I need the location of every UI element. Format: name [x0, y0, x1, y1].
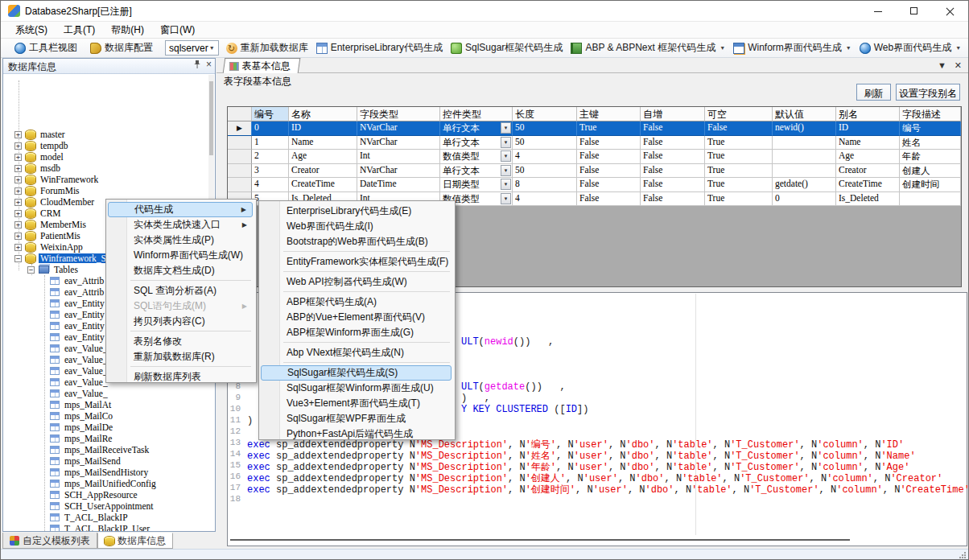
tree-item-table[interactable]: SCH_AppResource [50, 489, 139, 500]
tree-item-table[interactable]: mps_MailCo [50, 410, 114, 422]
grid-col-header[interactable]: 长度 [513, 107, 577, 121]
grid-cell[interactable]: Age [836, 150, 900, 164]
grid-cell[interactable]: False [641, 192, 705, 207]
tree-item-table[interactable]: eav_Value_ [50, 343, 109, 354]
toolbar-重新加载数据库[interactable]: ↻重新加载数据库 [222, 39, 312, 56]
grid-cell[interactable]: 50 [513, 136, 577, 150]
menu-item-SQL 查询分析器(A)[interactable]: SQL 查询分析器(A) [108, 283, 253, 299]
grid-cell[interactable]: getdate() [773, 178, 836, 192]
submenu-item-ABP的Vue+Element界面代码(V)[interactable]: ABP的Vue+Element界面代码(V) [261, 310, 452, 325]
maximize-button[interactable] [896, 1, 932, 22]
grid-cell[interactable]: False [705, 121, 773, 136]
grid-row[interactable]: 2AgeInt数值类型▼4FalseFalseTrueAge年龄 [228, 150, 961, 164]
tab-list-dropdown-icon[interactable]: ▼ [938, 60, 946, 71]
grid-cell[interactable]: 单行文本▼ [440, 121, 513, 136]
grid-col-header[interactable]: 字段类型 [357, 107, 440, 121]
grid-cell[interactable]: False [577, 136, 641, 150]
grid-col-header[interactable]: 控件类型 [440, 107, 513, 121]
grid-cell[interactable]: Creator [836, 164, 900, 179]
tab-table-info[interactable]: 表基本信息 [223, 58, 301, 73]
grid-cell[interactable]: 3 [252, 164, 289, 179]
grid-col-header[interactable]: 字段描述 [900, 107, 961, 121]
cell-dropdown-icon[interactable]: ▼ [501, 179, 511, 190]
menu-item-表别名修改[interactable]: 表别名修改 [108, 334, 253, 349]
submenu-item-SqlSugar框架代码生成(S)[interactable]: SqlSugar框架代码生成(S) [261, 365, 452, 381]
menu-item-Winform界面代码生成(W)[interactable]: Winform界面代码生成(W) [108, 248, 253, 263]
grid-cell[interactable]: 创建人 [900, 164, 961, 179]
toolbar-EnterpriseLibrary代码生成[interactable]: EnterpriseLibrary代码生成 [312, 39, 447, 56]
tree-item-table[interactable]: eav_Value_ [50, 365, 109, 377]
grid-cell[interactable]: 年龄 [900, 150, 961, 164]
tree-item-table[interactable]: mps_MailSendHistory [50, 467, 150, 478]
grid-cell[interactable]: 单行文本▼ [440, 136, 513, 150]
grid-cell[interactable]: True [705, 136, 773, 150]
tree-expander-icon[interactable]: + [14, 131, 22, 138]
grid-cell[interactable]: Name [836, 136, 900, 150]
tree-item-database[interactable]: +msdb [14, 163, 62, 174]
grid-cell[interactable]: False [577, 164, 641, 179]
tree-item-database[interactable]: +WinFramework [14, 174, 100, 185]
tree-item-table[interactable]: eav_Attrib [50, 286, 105, 298]
grid-cell[interactable]: Age [289, 150, 357, 164]
tree-item-table[interactable]: SCH_UserAppointment [50, 500, 155, 512]
submenu-item-EnterpriseLibrary代码生成(E)[interactable]: EnterpriseLibrary代码生成(E) [261, 204, 452, 219]
database-type-combo[interactable]: sqlserver▼ [165, 40, 219, 56]
submenu-item-ABP框架代码生成(A)[interactable]: ABP框架代码生成(A) [261, 294, 452, 310]
grid-cell[interactable] [900, 192, 961, 207]
tab-close-icon[interactable]: ✕ [955, 60, 962, 71]
grid-col-header[interactable]: 编号 [252, 107, 289, 121]
tree-item-database[interactable]: +CloudMember [14, 196, 96, 208]
submenu-item-Python+FastApi后端代码生成[interactable]: Python+FastApi后端代码生成 [261, 426, 452, 442]
menu-item-代码生成[interactable]: 代码生成▶ [108, 202, 253, 217]
tree-item-table[interactable]: T_ACL_BlackIP [50, 512, 130, 523]
submenu-item-Abp VNext框架代码生成(N)[interactable]: Abp VNext框架代码生成(N) [261, 345, 452, 360]
grid-cell[interactable]: 0 [773, 192, 836, 207]
grid-cell[interactable]: 编号 [900, 121, 961, 136]
grid-col-header[interactable]: 别名 [836, 107, 900, 121]
grid-col-header[interactable]: 主键 [577, 107, 641, 121]
grid-cell[interactable]: False [641, 164, 705, 179]
toolbar-数据库配置[interactable]: 数据库配置 [86, 39, 157, 56]
grid-cell[interactable]: 2 [252, 150, 289, 164]
tree-item-database[interactable]: +master [14, 129, 67, 140]
grid-col-header[interactable]: 自增 [641, 107, 705, 121]
grid-cell[interactable]: 创建时间 [900, 178, 961, 192]
menu-item-拷贝列表内容(C)[interactable]: 拷贝列表内容(C) [108, 314, 253, 329]
bottom-tab-数据库信息[interactable]: 数据库信息 [97, 533, 173, 549]
minimize-button[interactable] [860, 1, 896, 22]
grid-col-header[interactable]: 可空 [705, 107, 773, 121]
grid-cell[interactable]: 50 [513, 164, 577, 179]
grid-row[interactable]: 4CreateTimeDateTime日期类型▼8FalseFalseTrueg… [228, 178, 961, 192]
horizontal-scrollbar[interactable] [230, 539, 850, 541]
grid-cell[interactable]: 单行文本▼ [440, 164, 513, 179]
toolbar-SqlSugar框架代码生成[interactable]: SqlSugar框架代码生成 [447, 39, 567, 56]
tree-item-table[interactable]: eav_Entity [50, 320, 106, 331]
tree-expander-icon[interactable]: + [14, 142, 22, 150]
tree-expander-icon[interactable]: + [14, 210, 22, 217]
tree-item-table[interactable]: eav_Value_ [50, 354, 109, 365]
tree-item-database[interactable]: +model [14, 151, 65, 163]
grid-col-header[interactable]: 名称 [289, 107, 357, 121]
tree-item-database[interactable]: +tempdb [14, 140, 70, 151]
tree-expander-icon[interactable]: + [14, 233, 22, 240]
grid-cell[interactable]: ID [289, 121, 357, 136]
toolbar-Winform界面代码生成[interactable]: Winform界面代码生成▼ [729, 39, 856, 56]
tree-item-table[interactable]: eav_Value_ [50, 377, 109, 388]
grid-cell[interactable]: False [641, 150, 705, 164]
submenu-item-Bootstrap的Web界面代码生成(B)[interactable]: Bootstrap的Web界面代码生成(B) [261, 234, 452, 249]
bottom-tab-自定义模板列表[interactable]: 自定义模板列表 [2, 533, 97, 549]
menu-item-刷新数据库列表[interactable]: 刷新数据库列表 [108, 369, 253, 385]
grid-cell[interactable]: False [641, 136, 705, 150]
menu-item-数据库文档生成(D)[interactable]: 数据库文档生成(D) [108, 263, 253, 278]
cell-dropdown-icon[interactable]: ▼ [501, 122, 511, 134]
tree-item-table[interactable]: mps_MailReceiveTask [50, 444, 151, 455]
resize-grip[interactable] [959, 551, 967, 559]
tree-expander-icon[interactable]: + [14, 199, 22, 206]
tree-item-database[interactable]: +ForumMis [14, 185, 81, 196]
cell-dropdown-icon[interactable]: ▼ [501, 165, 511, 176]
grid-cell[interactable]: True [705, 150, 773, 164]
tree-item-tables-node[interactable]: −Tables [27, 264, 80, 275]
grid-cell[interactable]: True [705, 192, 773, 207]
grid-cell[interactable]: NVarChar [357, 121, 440, 136]
grid-cell[interactable]: DateTime [357, 178, 440, 192]
